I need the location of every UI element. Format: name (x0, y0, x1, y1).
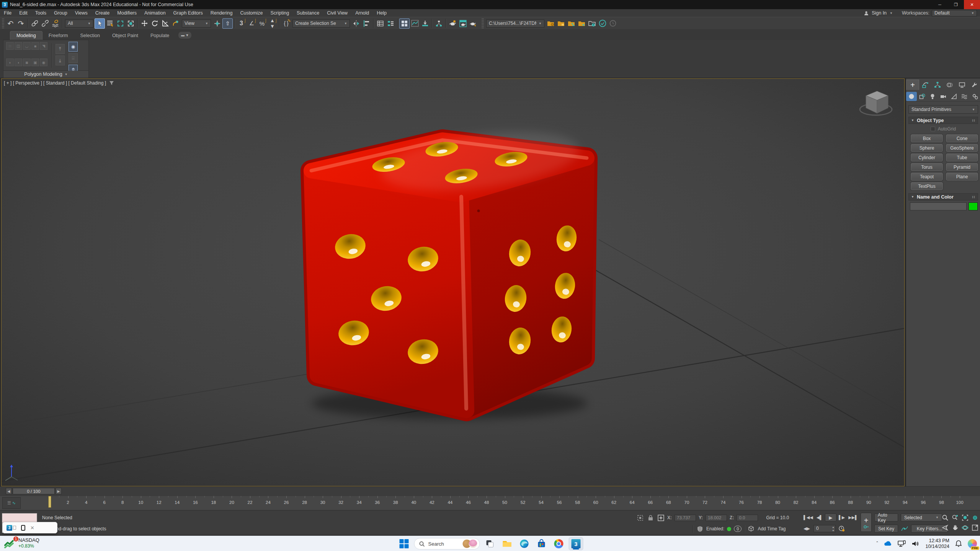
menu-item-create[interactable]: Create (91, 9, 114, 17)
field-of-view-icon[interactable] (940, 523, 950, 532)
toggle-layer-explorer-button[interactable] (385, 18, 396, 29)
zoom-all-icon[interactable] (950, 513, 960, 522)
align-button[interactable] (361, 18, 372, 29)
time-slider-value[interactable]: 0 / 100 (13, 488, 55, 494)
orbit-icon[interactable] (960, 523, 970, 532)
z-coordinate-field[interactable]: 0.0 (737, 515, 758, 521)
polygon-modeling-panel-label[interactable]: Polygon Modeling ▼ (3, 71, 89, 78)
search-box[interactable]: Search (414, 538, 480, 549)
border-mode-button[interactable]: ◡ (23, 42, 31, 50)
undo-button[interactable]: ↶ (5, 18, 16, 29)
modifier-button[interactable]: ◙ (23, 59, 31, 66)
workspace-dropdown[interactable]: Default ▼ (932, 10, 977, 16)
task-view-button[interactable] (483, 537, 497, 550)
select-and-scale-button[interactable] (160, 18, 170, 29)
edge-mode-button[interactable]: ◫ (15, 42, 22, 50)
objtype-teapot-button[interactable]: Teapot (911, 173, 943, 181)
modifier-button[interactable]: ◖ (15, 59, 22, 66)
named-selection-sets-dropdown[interactable]: Create Selection Se▼ (292, 20, 350, 28)
angle-snap-toggle[interactable]: ∠⌡ (247, 18, 257, 29)
tab-utilities[interactable] (968, 80, 980, 90)
ribbon-overflow-button[interactable]: ▬ ▼ (178, 32, 191, 39)
ribbon-tab-freeform[interactable]: Freeform (42, 31, 74, 40)
per-view-filter-icon[interactable] (109, 81, 114, 85)
edit-poly-mode-button[interactable]: ◗ (6, 59, 14, 66)
folder-history-icon[interactable] (587, 18, 597, 29)
select-and-place-button[interactable] (170, 18, 181, 29)
set-keys-button[interactable]: + (861, 513, 872, 532)
dope-sheet-button[interactable] (420, 18, 430, 29)
subtab-geometry[interactable] (906, 92, 917, 101)
ribbon-tab-populate[interactable]: Populate (144, 31, 175, 40)
go-to-end-button[interactable]: ▶▶▌ (847, 514, 859, 522)
red-die-object[interactable] (311, 122, 587, 419)
show-end-result-toggle[interactable]: ◉ (69, 42, 78, 52)
schematic-view-button[interactable] (434, 18, 444, 29)
subtab-space-warps[interactable] (959, 92, 970, 101)
pan-icon[interactable] (950, 523, 960, 532)
objtype-cone-button[interactable]: Cone (946, 134, 978, 142)
objtype-plane-button[interactable]: Plane (946, 173, 978, 181)
microsoft-store-button[interactable] (534, 537, 549, 550)
objtype-cylinder-button[interactable]: Cylinder (911, 153, 943, 161)
y-coordinate-field[interactable]: 18.002 (706, 515, 727, 521)
objtype-geosphere-button[interactable]: GeoSphere (946, 144, 978, 152)
onedrive-icon[interactable] (883, 540, 892, 547)
network-icon[interactable] (898, 540, 906, 547)
start-button[interactable] (397, 537, 412, 550)
menu-item-group[interactable]: Group (50, 9, 71, 17)
menu-item-graph-editors[interactable]: Graph Editors (170, 9, 207, 17)
select-object-button[interactable] (95, 18, 105, 29)
add-time-tag-label[interactable]: Add Time Tag (758, 526, 786, 531)
menu-item-substance[interactable]: Substance (293, 9, 323, 17)
menu-item-modifiers[interactable]: Modifiers (113, 9, 140, 17)
objtype-textplus-button[interactable]: TextPlus (911, 182, 943, 190)
object-type-rollout-header[interactable]: ▼ Object Type ⁝⁝ (908, 117, 978, 124)
tab-motion[interactable] (944, 80, 956, 90)
render-production-button[interactable] (468, 18, 479, 29)
window-crossing-toggle[interactable] (126, 18, 136, 29)
modifier-button[interactable]: ◉ (40, 59, 47, 66)
viewport-label[interactable]: [ + ] [ Perspective ] [ Standard ] [ Def… (4, 80, 114, 86)
track-bar[interactable]: ☰∿ 0246810121416182022242628303234363840… (0, 496, 980, 510)
use-pivot-point-center-button[interactable] (212, 18, 222, 29)
menu-item-help[interactable]: Help (373, 9, 390, 17)
menu-item-tools[interactable]: Tools (31, 9, 50, 17)
link-icon[interactable] (29, 18, 40, 29)
menu-item-edit[interactable]: Edit (15, 9, 31, 17)
menu-item-animation[interactable]: Animation (140, 9, 170, 17)
ribbon-tab-selection[interactable]: Selection (74, 31, 106, 40)
toolbar-grip[interactable] (2, 18, 4, 28)
restore-button[interactable]: ❐ (948, 0, 964, 9)
render-setup-button[interactable] (458, 18, 468, 29)
subtab-systems[interactable] (970, 92, 980, 101)
material-editor-button[interactable] (448, 18, 458, 29)
chrome-button[interactable] (552, 537, 566, 550)
vertex-mode-button[interactable]: ∷ (6, 42, 14, 50)
speaker-icon[interactable] (911, 540, 920, 547)
objtype-tube-button[interactable]: Tube (946, 153, 978, 161)
autogrid-checkbox[interactable] (931, 127, 935, 131)
subtab-helpers[interactable] (949, 92, 959, 101)
time-configuration-icon[interactable] (838, 525, 846, 532)
menu-item-views[interactable]: Views (71, 9, 91, 17)
taskbar-thumbnail-popup[interactable]: 3 ✕ (2, 522, 57, 533)
polygon-mode-button[interactable]: ■ (31, 42, 39, 50)
isolate-selection-icon[interactable] (636, 514, 644, 522)
reference-coordinate-dropdown[interactable]: View▼ (182, 20, 211, 28)
set-key-button[interactable]: Set Key (874, 525, 898, 533)
ribbon-tab-object-paint[interactable]: Object Paint (106, 31, 144, 40)
edit-named-selection-sets-button[interactable]: { }✎ (281, 18, 291, 29)
menu-item-scripting[interactable]: Scripting (266, 9, 293, 17)
pin-stack-toggle[interactable]: ⌹ (69, 53, 78, 63)
next-frame-button[interactable]: ▶ (56, 488, 62, 494)
percent-snap-toggle[interactable]: %⌡ (257, 18, 267, 29)
collapse-up-button[interactable]: ⤒ (56, 44, 65, 54)
keyframe-curve-icon[interactable] (901, 525, 908, 533)
taskbar-clock[interactable]: 12:43 PM 10/14/2024 (925, 538, 949, 549)
auto-key-button[interactable]: Auto Key (874, 514, 898, 522)
name-color-rollout-header[interactable]: ▼ Name and Color ⁝⁝ (908, 193, 978, 201)
object-color-swatch[interactable] (969, 202, 978, 210)
copilot-icon[interactable]: PRE (968, 539, 977, 548)
project-structure-icon[interactable] (566, 18, 577, 29)
